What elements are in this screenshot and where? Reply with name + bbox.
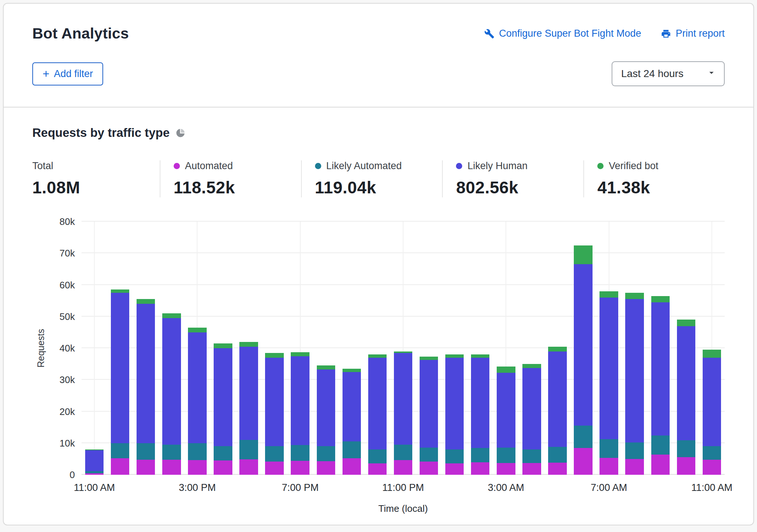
bar-slot-20 bbox=[596, 222, 622, 475]
configure-super-bot-fight-mode-link[interactable]: Configure Super Bot Fight Mode bbox=[484, 28, 641, 39]
y-axis-title: Requests bbox=[32, 222, 49, 475]
bar-slot-9 bbox=[313, 222, 339, 475]
requests-section: Requests by traffic type Total1.08MAutom… bbox=[4, 108, 753, 516]
verified-bot-legend-dot bbox=[597, 163, 604, 169]
add-filter-label: Add filter bbox=[54, 68, 93, 80]
bar-slot-0 bbox=[82, 222, 107, 475]
stacked-bar-9[interactable] bbox=[317, 222, 335, 475]
stacked-bar-10[interactable] bbox=[343, 222, 361, 475]
stacked-bar-21[interactable] bbox=[625, 222, 644, 475]
bar-1-segment-likely-human bbox=[111, 293, 129, 443]
y-tick-label: 20k bbox=[59, 406, 75, 417]
bar-9-segment-likely-automated bbox=[317, 446, 335, 461]
section-title: Requests by traffic type bbox=[32, 126, 725, 140]
bar-3-segment-automated bbox=[162, 460, 181, 475]
bar-21-segment-likely-human bbox=[625, 299, 644, 442]
header-actions: Configure Super Bot Fight Mode Print rep… bbox=[484, 28, 725, 39]
bar-21-segment-likely-automated bbox=[625, 442, 644, 459]
time-range-value: Last 24 hours bbox=[621, 68, 684, 80]
bar-4-segment-verified-bot bbox=[188, 328, 206, 332]
stacked-bar-12[interactable] bbox=[394, 222, 412, 475]
bar-12-segment-likely-automated bbox=[394, 445, 412, 460]
bar-20-segment-likely-human bbox=[600, 298, 618, 439]
stacked-bar-5[interactable] bbox=[214, 222, 232, 475]
stacked-bar-7[interactable] bbox=[265, 222, 283, 475]
time-range-select[interactable]: Last 24 hours bbox=[612, 61, 725, 86]
bar-20-segment-verified-bot bbox=[600, 291, 618, 298]
bar-14-segment-automated bbox=[445, 463, 464, 475]
stacked-bar-16[interactable] bbox=[497, 222, 515, 475]
bar-24-segment-automated bbox=[703, 460, 721, 475]
legend-total: Total bbox=[32, 160, 160, 172]
bar-15-segment-likely-automated bbox=[471, 448, 489, 463]
legend-likely-human[interactable]: Likely Human bbox=[456, 160, 583, 172]
y-tick-label: 50k bbox=[59, 311, 75, 322]
stacked-bar-19[interactable] bbox=[574, 222, 592, 475]
stacked-bar-11[interactable] bbox=[368, 222, 387, 475]
wrench-icon bbox=[484, 29, 495, 39]
stacked-bar-3[interactable] bbox=[162, 222, 181, 475]
bar-3-segment-likely-human bbox=[162, 318, 181, 445]
stat-value-verified-bot: 41.38k bbox=[597, 178, 725, 197]
bar-24-segment-likely-automated bbox=[703, 446, 721, 460]
stacked-bar-2[interactable] bbox=[137, 222, 155, 475]
bar-3-segment-likely-automated bbox=[162, 445, 181, 460]
bar-slot-18 bbox=[544, 222, 570, 475]
bar-23-segment-verified-bot bbox=[677, 320, 695, 326]
bar-16-segment-automated bbox=[497, 463, 515, 475]
bar-17-segment-likely-automated bbox=[522, 449, 541, 463]
bar-6-segment-verified-bot bbox=[239, 342, 258, 347]
bar-4-segment-likely-automated bbox=[188, 443, 206, 460]
stacked-bar-23[interactable] bbox=[677, 222, 695, 475]
stacked-bar-24[interactable] bbox=[703, 222, 721, 475]
y-axis-ticks: 010k20k30k40k50k60k70k80k bbox=[49, 222, 82, 475]
bar-22-segment-likely-automated bbox=[651, 436, 670, 455]
stacked-bar-13[interactable] bbox=[420, 222, 438, 475]
stacked-bar-8[interactable] bbox=[291, 222, 309, 475]
bar-10-segment-automated bbox=[343, 458, 361, 475]
stacked-bar-18[interactable] bbox=[548, 222, 566, 475]
bar-14-segment-likely-human bbox=[445, 358, 464, 449]
bar-20-segment-automated bbox=[600, 458, 618, 475]
stacked-bar-22[interactable] bbox=[651, 222, 670, 475]
stacked-bar-1[interactable] bbox=[111, 222, 129, 475]
bar-13-segment-automated bbox=[420, 462, 438, 475]
bar-slot-4 bbox=[184, 222, 210, 475]
stacked-bar-20[interactable] bbox=[600, 222, 618, 475]
print-report-link[interactable]: Print report bbox=[661, 28, 725, 39]
add-filter-button[interactable]: + Add filter bbox=[32, 62, 103, 85]
bar-8-segment-verified-bot bbox=[291, 352, 309, 356]
legend-automated[interactable]: Automated bbox=[174, 160, 301, 172]
legend-likely-automated[interactable]: Likely Automated bbox=[315, 160, 442, 172]
bar-17-segment-verified-bot bbox=[522, 364, 541, 368]
bar-slot-7 bbox=[262, 222, 287, 475]
bar-15-segment-automated bbox=[471, 462, 489, 475]
bot-analytics-card: Bot Analytics Configure Super Bot Fight … bbox=[3, 3, 754, 525]
bar-19-segment-likely-human bbox=[574, 264, 592, 426]
stat-total: Total1.08M bbox=[32, 160, 160, 197]
bar-22-segment-verified-bot bbox=[651, 296, 670, 302]
bar-5-segment-verified-bot bbox=[214, 343, 232, 348]
stacked-bar-14[interactable] bbox=[445, 222, 464, 475]
bar-11-segment-likely-human bbox=[368, 358, 387, 449]
bar-slot-23 bbox=[673, 222, 699, 475]
stacked-bar-0[interactable] bbox=[85, 222, 104, 475]
x-tick-label: 7:00 AM bbox=[591, 482, 627, 493]
bar-2-segment-likely-automated bbox=[137, 443, 155, 460]
likely-human-legend-dot bbox=[456, 163, 462, 169]
stacked-bar-17[interactable] bbox=[522, 222, 541, 475]
bar-13-segment-verified-bot bbox=[420, 357, 438, 360]
x-tick-label: 7:00 PM bbox=[282, 482, 319, 493]
bar-18-segment-verified-bot bbox=[548, 347, 566, 351]
stacked-bar-15[interactable] bbox=[471, 222, 489, 475]
legend-verified-bot[interactable]: Verified bot bbox=[597, 160, 725, 172]
stacked-bar-4[interactable] bbox=[188, 222, 206, 475]
bar-slot-13 bbox=[416, 222, 442, 475]
bar-20-segment-likely-automated bbox=[600, 439, 618, 458]
stacked-bar-6[interactable] bbox=[239, 222, 258, 475]
bar-slot-16 bbox=[493, 222, 519, 475]
stat-automated: Automated118.52k bbox=[160, 160, 301, 197]
bar-23-segment-automated bbox=[677, 457, 695, 475]
bar-2-segment-likely-human bbox=[137, 304, 155, 443]
bar-12-segment-automated bbox=[394, 460, 412, 475]
